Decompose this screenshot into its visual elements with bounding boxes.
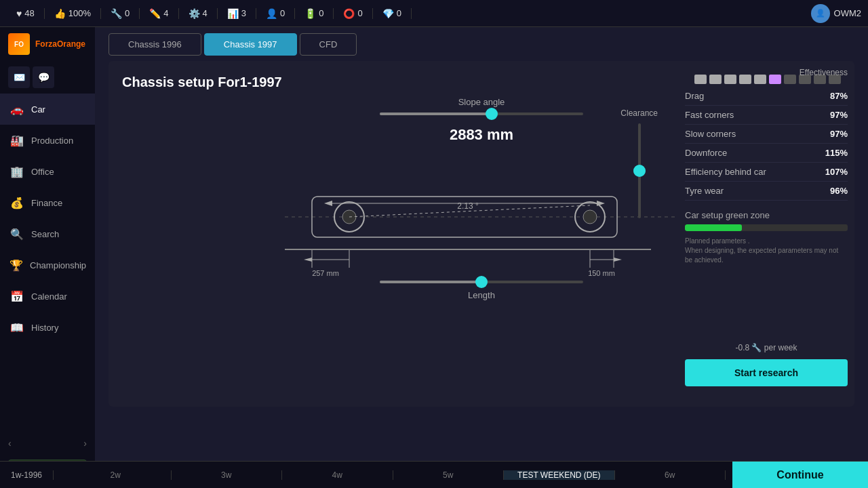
clearance-label: Clearance — [620, 108, 658, 118]
week-4w: 4w — [282, 470, 393, 480]
mechanic-icon: 🔧 — [111, 8, 122, 19]
calendar-icon: 📅 — [9, 289, 24, 304]
clearance-slider-track — [638, 123, 641, 218]
main-content: Chassis 1996 Chassis 1997 CFD Chassis se… — [95, 27, 868, 488]
nav-label-office: Office — [31, 167, 54, 177]
eff-label-efficiency: Efficiency behind car — [685, 167, 766, 177]
svg-text:150 mm: 150 mm — [588, 269, 615, 277]
bottom-bar: 1w-1996 2w 3w 4w 5w TEST WEEKEND (DE) 6w… — [0, 461, 868, 488]
planned-note: Planned parameters . When designing, the… — [685, 237, 848, 265]
current-time: 1w-1996 — [0, 470, 54, 480]
top-bar-approval: 👍 100% — [45, 8, 101, 19]
svg-marker-3 — [597, 201, 605, 206]
health-value: 48 — [24, 8, 34, 18]
production-icon: 🏭 — [9, 133, 24, 148]
clearance-slider-thumb[interactable] — [633, 165, 646, 177]
eff-label-downforce: Downforce — [685, 148, 727, 158]
battery-value: 0 — [319, 8, 323, 18]
approval-icon: 👍 — [54, 8, 66, 19]
top-bar-stats: 📊 3 — [218, 8, 256, 19]
week-3w: 3w — [172, 470, 283, 480]
user-area[interactable]: 👤 OWM2 — [811, 4, 861, 23]
arrow-right-icon[interactable]: › — [83, 438, 87, 449]
sidebar-item-office[interactable]: 🏢 Office — [0, 156, 95, 187]
championship-icon: 🏆 — [9, 258, 23, 272]
per-week-note: -0.8 🔧 per week — [685, 343, 848, 352]
length-label: Length — [380, 290, 583, 300]
length-slider-track — [380, 281, 583, 283]
sidebar-item-calendar[interactable]: 📅 Calendar — [0, 281, 95, 312]
nav-label-search: Search — [31, 229, 59, 239]
arrow-left-icon[interactable]: ‹ — [8, 438, 12, 449]
top-bar-health: ♥ 48 — [7, 8, 45, 19]
diamond-icon: 💎 — [382, 8, 394, 19]
sidebar-item-car[interactable]: 🚗 Car — [0, 94, 95, 125]
week-2w: 2w — [60, 470, 172, 480]
eff-row-drag: Drag 87% — [685, 87, 848, 106]
sidebar-item-finance[interactable]: 💰 Finance — [0, 187, 95, 218]
engineer-value: 4 — [203, 8, 208, 18]
continue-button[interactable]: Continue — [732, 462, 868, 489]
approval-value: 100% — [68, 8, 91, 18]
svg-marker-14 — [304, 258, 312, 262]
slope-slider-thumb[interactable] — [486, 108, 498, 120]
svg-marker-2 — [324, 201, 332, 206]
svg-point-7 — [583, 210, 597, 224]
eff-row-downforce: Downforce 115% — [685, 144, 848, 163]
finance-icon: 💰 — [9, 195, 24, 210]
svg-text:257 mm: 257 mm — [312, 269, 339, 277]
car-icon: 🚗 — [9, 102, 24, 117]
tab-cfd[interactable]: CFD — [300, 33, 357, 56]
sidebar-arrows: ‹ › — [0, 432, 95, 454]
svg-text:2.13 °: 2.13 ° — [457, 201, 479, 211]
slope-slider-track — [380, 113, 583, 115]
top-bar-person: 👤 0 — [256, 8, 295, 19]
eff-row-slow-corners: Slow corners 97% — [685, 125, 848, 144]
design-icon: ✏️ — [149, 8, 161, 19]
design-value: 4 — [163, 8, 168, 18]
length-slider-thumb[interactable] — [475, 276, 488, 288]
eff-row-tyre-wear: Tyre wear 96% — [685, 182, 848, 201]
panel-title: Chassis setup For1-1997 — [122, 75, 282, 89]
start-research-button[interactable]: Start research — [685, 359, 848, 386]
logo-icon: FO — [8, 33, 30, 55]
eff-value-efficiency: 107% — [825, 167, 848, 177]
sidebar-item-championship[interactable]: 🏆 Championship — [0, 249, 95, 281]
green-zone-bar — [685, 224, 848, 231]
sidebar-item-history[interactable]: 📖 History — [0, 312, 95, 343]
nav-label-history: History — [31, 323, 58, 333]
tab-chassis-1997[interactable]: Chassis 1997 — [204, 33, 297, 56]
chat-icon[interactable]: 💬 — [33, 66, 54, 88]
sidebar-item-search[interactable]: 🔍 Search — [0, 218, 95, 249]
nav-label-calendar: Calendar — [31, 291, 67, 302]
top-bar-battery: 🔋 0 — [295, 8, 334, 19]
tabs-bar: Chassis 1996 Chassis 1997 CFD — [95, 27, 868, 61]
stats-value: 3 — [241, 8, 246, 18]
top-bar: ♥ 48 👍 100% 🔧 0 ✏️ 4 ⚙️ 4 📊 3 👤 0 🔋 0 ⭕ … — [0, 0, 868, 27]
logo-area: FO ForzaOrange — [0, 27, 95, 61]
engineer-icon: ⚙️ — [189, 8, 200, 19]
messages-icon[interactable]: ✉️ — [8, 66, 30, 88]
eff-value-downforce: 115% — [825, 148, 848, 158]
circle-icon: ⭕ — [343, 8, 355, 19]
search-icon: 🔍 — [9, 226, 24, 241]
person-value: 0 — [280, 8, 285, 18]
nav-label-car: Car — [31, 104, 45, 115]
person-icon: 👤 — [266, 8, 277, 19]
stats-icon: 📊 — [227, 8, 239, 19]
top-bar-circle: ⭕ 0 — [334, 8, 372, 19]
eff-value-drag: 87% — [830, 91, 848, 101]
tab-chassis-1996[interactable]: Chassis 1996 — [108, 33, 201, 56]
nav-label-championship: Championship — [30, 260, 86, 270]
eff-value-tyre-wear: 96% — [830, 186, 848, 196]
week-test-weekend: TEST WEEKEND (DE) — [504, 470, 615, 480]
eff-label-fast-corners: Fast corners — [685, 110, 734, 120]
diamond-value: 0 — [397, 8, 401, 18]
battery-icon: 🔋 — [304, 8, 316, 19]
chassis-panel: Chassis setup For1-1997 Slope angle — [108, 61, 854, 407]
week-5w: 5w — [393, 470, 505, 480]
top-bar-design: ✏️ 4 — [140, 8, 178, 19]
nav-label-finance: Finance — [31, 198, 62, 208]
sidebar-item-production[interactable]: 🏭 Production — [0, 125, 95, 156]
nav-label-production: Production — [31, 136, 73, 146]
